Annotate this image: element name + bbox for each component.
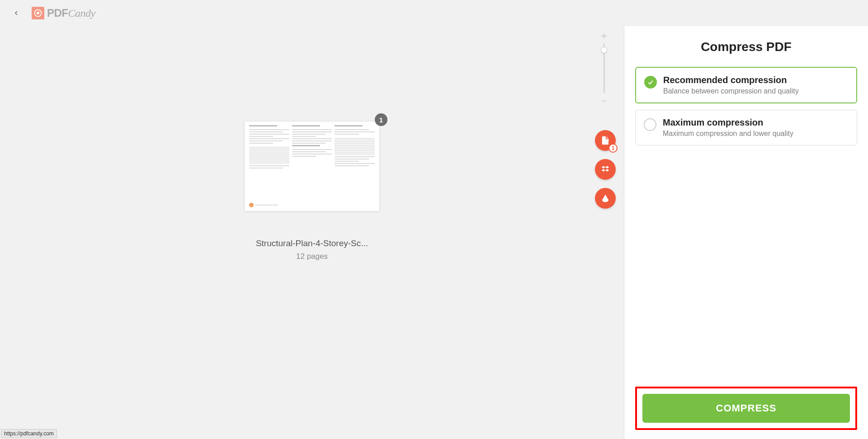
- check-icon: [647, 79, 654, 86]
- brand-text-italic: Candy: [68, 7, 95, 19]
- preview-canvas: ＋ － + 1 1: [0, 26, 624, 439]
- brand-text-strong: PDF: [47, 7, 68, 19]
- option-maximum-subtitle: Maximum compression and lower quality: [663, 130, 793, 138]
- option-maximum[interactable]: Maximum compression Maximum compression …: [635, 110, 857, 145]
- zoom-out-button[interactable]: －: [599, 96, 609, 106]
- google-drive-icon: [600, 193, 610, 203]
- option-recommended-title: Recommended compression: [663, 75, 799, 85]
- svg-point-1: [37, 12, 39, 14]
- zoom-control: ＋ －: [598, 31, 610, 106]
- google-drive-button[interactable]: [595, 188, 616, 209]
- compress-highlight: COMPRESS: [635, 387, 857, 430]
- document-thumbnail: 1: [244, 121, 380, 211]
- option-recommended[interactable]: Recommended compression Balance between …: [635, 67, 857, 103]
- add-file-button[interactable]: + 1: [595, 130, 616, 151]
- top-bar: PDFCandy: [0, 0, 868, 26]
- option-maximum-title: Maximum compression: [663, 117, 793, 128]
- option-recommended-subtitle: Balance between compression and quality: [663, 87, 799, 95]
- document-card[interactable]: 1: [244, 121, 380, 261]
- brand-mark-icon: [32, 7, 44, 19]
- dropbox-button[interactable]: [595, 159, 616, 180]
- zoom-slider-thumb[interactable]: [601, 47, 607, 53]
- main-area: ＋ － + 1 1: [0, 26, 868, 439]
- sidebar-title: Compress PDF: [635, 40, 857, 54]
- document-pages-label: 12 pages: [296, 252, 328, 261]
- brand-logo[interactable]: PDFCandy: [32, 7, 95, 19]
- dropbox-icon: [600, 164, 610, 174]
- chevron-left-icon: [13, 9, 20, 17]
- brand-text: PDFCandy: [47, 7, 95, 19]
- add-file-count-badge: 1: [609, 144, 618, 153]
- zoom-in-button[interactable]: ＋: [599, 31, 609, 41]
- document-title: Structural-Plan-4-Storey-Sc...: [256, 238, 368, 248]
- action-rail: + 1: [595, 130, 616, 209]
- radio-selected-icon: [644, 76, 657, 89]
- zoom-slider[interactable]: [604, 43, 605, 93]
- compress-button[interactable]: COMPRESS: [642, 394, 850, 423]
- document-index-badge: 1: [375, 113, 387, 126]
- status-bar-url: https://pdfcandy.com: [1, 429, 57, 438]
- radio-unselected-icon: [644, 118, 656, 131]
- sidebar: Compress PDF Recommended compression Bal…: [624, 26, 868, 439]
- back-button[interactable]: [9, 6, 24, 20]
